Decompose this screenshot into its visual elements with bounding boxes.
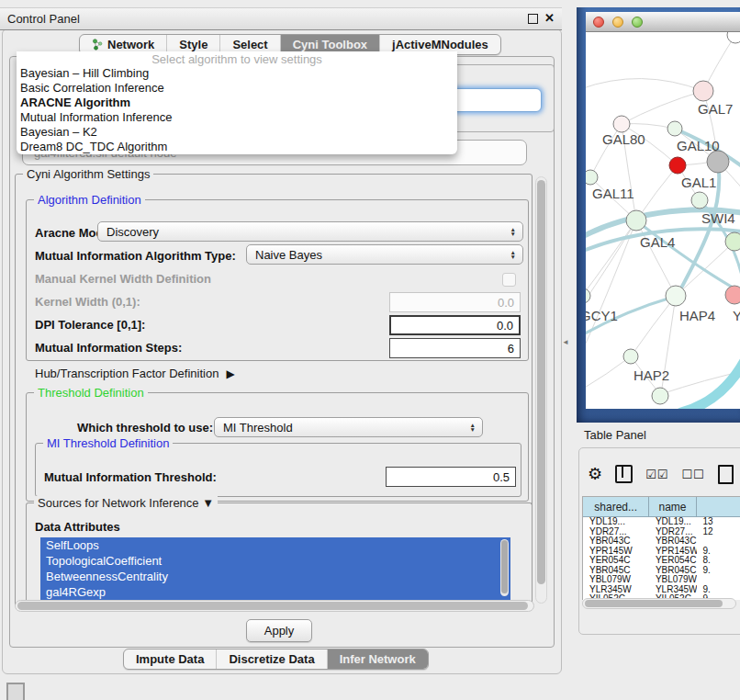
network-node-hap4[interactable] bbox=[666, 286, 686, 306]
column-header-name[interactable]: name bbox=[649, 497, 696, 516]
network-node-gal11[interactable] bbox=[586, 170, 598, 185]
data-attributes-list[interactable]: SelfLoopsTopologicalCoefficientBetweenne… bbox=[40, 537, 510, 600]
which-threshold-value: MI Threshold bbox=[223, 421, 293, 435]
collapsed-panel-icon[interactable] bbox=[6, 683, 25, 700]
scrollbar-thumb[interactable] bbox=[17, 602, 528, 610]
mi-steps-input[interactable]: 6 bbox=[389, 338, 521, 358]
table-body: YDL19...YDL19...13YDR27...YDR27...12YBR0… bbox=[583, 517, 740, 600]
algorithm-option-dream8-dc-tdc-algorithm[interactable]: Dream8 DC_TDC Algorithm bbox=[17, 140, 457, 154]
network-node-hap2[interactable] bbox=[623, 349, 638, 364]
float-icon[interactable] bbox=[528, 14, 538, 24]
table-cell: 13 bbox=[697, 517, 740, 527]
apply-button[interactable]: Apply bbox=[246, 619, 312, 642]
network-node-gal7[interactable] bbox=[693, 81, 713, 101]
columns-icon[interactable] bbox=[615, 465, 633, 483]
zoom-traffic-light-icon[interactable] bbox=[632, 17, 643, 28]
mi-threshold-definition-title: MI Threshold Definition bbox=[43, 436, 173, 450]
algorithm-definition-title: Algorithm Definition bbox=[34, 193, 145, 207]
table-cell: YPR145W bbox=[583, 547, 649, 557]
table-row[interactable]: YDR27...YDR27...12 bbox=[583, 527, 740, 537]
deselect-all-icon[interactable]: ☐☐ bbox=[681, 468, 704, 481]
network-node-label: SWI4 bbox=[701, 210, 735, 226]
manual-kernel-width-checkbox[interactable] bbox=[502, 273, 516, 287]
collapse-down-icon[interactable]: ▼ bbox=[202, 496, 214, 510]
table-panel-title: Table Panel bbox=[584, 428, 646, 442]
network-node-gal4[interactable] bbox=[626, 210, 646, 231]
expand-right-icon[interactable]: ▶ bbox=[226, 367, 234, 380]
tab-infer-network[interactable]: Infer Network bbox=[327, 649, 428, 669]
algorithm-option-bayesian-k2[interactable]: Bayesian – K2 bbox=[17, 125, 457, 140]
table-row[interactable]: YDL19...YDL19...13 bbox=[583, 517, 740, 527]
tab-discretize-data[interactable]: Discretize Data bbox=[216, 649, 326, 669]
network-node[interactable] bbox=[725, 232, 740, 251]
attribute-item-selfloops[interactable]: SelfLoops bbox=[40, 537, 510, 553]
network-node[interactable] bbox=[707, 151, 729, 173]
settings-horizontal-scrollbar[interactable] bbox=[15, 600, 534, 612]
mi-algorithm-type-label: Mutual Information Algorithm Type: bbox=[35, 249, 236, 263]
table-row[interactable]: YER054CYER054C8. bbox=[583, 556, 740, 566]
table-cell: 9. bbox=[697, 585, 740, 595]
algorithm-option-aracne-algorithm[interactable]: ARACNE Algorithm bbox=[17, 96, 457, 110]
aracne-mode-value: Discovery bbox=[107, 225, 159, 239]
scrollbar-thumb[interactable] bbox=[501, 540, 508, 593]
attribute-item-topologicalcoefficient[interactable]: TopologicalCoefficient bbox=[40, 553, 510, 569]
scrollbar-thumb[interactable] bbox=[585, 600, 723, 607]
table-cell: YPR145W bbox=[649, 547, 697, 557]
dpi-tolerance-label: DPI Tolerance [0,1]: bbox=[35, 318, 145, 332]
network-node-gal80[interactable] bbox=[613, 116, 630, 132]
close-traffic-light-icon[interactable] bbox=[593, 17, 604, 28]
column-header-shared[interactable]: shared... bbox=[583, 497, 649, 516]
table-row[interactable]: YBR043CYBR043C bbox=[583, 536, 740, 547]
close-icon[interactable]: ✕ bbox=[544, 12, 555, 25]
table-cell: YDR27... bbox=[649, 527, 697, 537]
tab-label: Cyni Toolbox bbox=[293, 38, 367, 51]
which-threshold-combo[interactable]: MI Threshold ▲▼ bbox=[214, 417, 483, 437]
list-vertical-scrollbar[interactable] bbox=[500, 539, 509, 596]
algorithm-dropdown: Select algorithm to view settings Bayesi… bbox=[17, 51, 457, 154]
network-node-gcy1[interactable] bbox=[586, 288, 590, 303]
network-node-label: GCY1 bbox=[586, 308, 618, 323]
gear-icon[interactable]: ⚙ bbox=[588, 465, 602, 483]
splitter-collapse-icon[interactable]: ◄ bbox=[562, 338, 569, 346]
network-window-titlebar[interactable] bbox=[586, 12, 740, 32]
attribute-item-betweennesscentrality[interactable]: BetweennessCentrality bbox=[40, 569, 510, 584]
network-edge[interactable] bbox=[586, 78, 703, 91]
table-cell: 12 bbox=[697, 527, 740, 537]
settings-vertical-scrollbar[interactable] bbox=[535, 176, 547, 604]
network-node-gal10[interactable] bbox=[667, 121, 682, 136]
manual-kernel-width-label: Manual Kernel Width Definition bbox=[35, 272, 211, 286]
table-row[interactable]: YBR045CYBR045C9. bbox=[583, 566, 740, 576]
table-horizontal-scrollbar[interactable] bbox=[582, 598, 736, 609]
mi-algorithm-type-combo[interactable]: Naive Bayes ▲▼ bbox=[246, 244, 523, 265]
network-edge[interactable] bbox=[586, 356, 631, 390]
table-row[interactable]: YPR145WYPR145W9. bbox=[583, 547, 740, 557]
dpi-tolerance-input[interactable]: 0.0 bbox=[389, 315, 521, 335]
scrollbar-thumb[interactable] bbox=[537, 180, 545, 584]
attribute-item-gal4rgexp[interactable]: gal4RGexp bbox=[40, 584, 510, 600]
tab-impute-data[interactable]: Impute Data bbox=[124, 649, 216, 669]
network-edge[interactable] bbox=[622, 91, 703, 124]
network-node-swi4[interactable] bbox=[691, 192, 708, 209]
algorithm-option-bayesian-hill-climbing[interactable]: Bayesian – Hill Climbing bbox=[17, 66, 457, 81]
network-edge[interactable] bbox=[681, 352, 740, 409]
kernel-width-input[interactable]: 0.0 bbox=[389, 292, 521, 312]
network-node[interactable] bbox=[727, 32, 740, 43]
network-node[interactable] bbox=[652, 388, 668, 404]
table-row[interactable]: YLR345WYLR345W9. bbox=[583, 585, 740, 595]
mi-threshold-input[interactable]: 0.5 bbox=[386, 467, 516, 487]
column-header-extra[interactable] bbox=[697, 497, 740, 516]
network-node-y[interactable] bbox=[725, 286, 740, 304]
aracne-mode-combo[interactable]: Discovery ▲▼ bbox=[97, 221, 523, 242]
minimize-traffic-light-icon[interactable] bbox=[612, 17, 623, 28]
network-node-gal1[interactable] bbox=[669, 157, 686, 174]
network-edge[interactable] bbox=[676, 242, 734, 296]
network-canvas[interactable]: GAL7GAL80GAL10GAL1GAL11GAL4SWI4GCY1HAP4Y… bbox=[586, 32, 740, 409]
select-all-icon[interactable]: ☑☑ bbox=[645, 468, 668, 481]
threshold-definition-title: Threshold Definition bbox=[34, 386, 148, 400]
table-row[interactable]: YBL079WYBL079W bbox=[583, 575, 740, 585]
network-edge[interactable] bbox=[631, 296, 676, 356]
document-icon[interactable] bbox=[718, 465, 734, 484]
algorithm-option-basic-correlation-inference[interactable]: Basic Correlation Inference bbox=[17, 81, 457, 96]
algorithm-option-mutual-information-inference[interactable]: Mutual Information Inference bbox=[17, 110, 457, 125]
hub-transcription-factor-section[interactable]: Hub/Transcription Factor Definition ▶ bbox=[35, 367, 235, 380]
